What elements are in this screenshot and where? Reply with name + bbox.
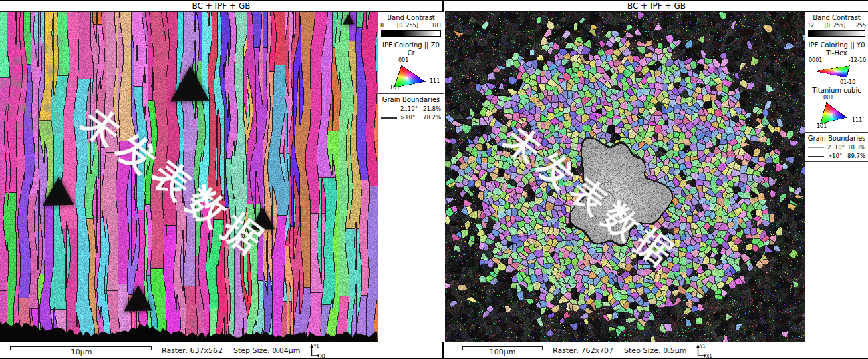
ipf-coloring-title-left: IPF Coloring || Z0 — [378, 41, 444, 49]
ipf-vertex-label--12-10: -12-10 — [849, 57, 866, 63]
y-axis-arrow-icon — [696, 344, 700, 348]
ipf-vertex-label-101: 101 — [390, 85, 400, 91]
status-bar-right: 100µm Raster: 762x707 Step Size: 0.5µm Y… — [445, 342, 868, 358]
status-bar-left: 10µm Raster: 637x562 Step Size: 0.04µm Y… — [0, 342, 442, 358]
map-panel-left: BC + IPF + GB 未发表数据 Band Contrast 8 [0..… — [0, 1, 444, 358]
gb-value: 78.2% — [423, 115, 441, 121]
ipf-map-right: 未发表数据 — [445, 12, 805, 342]
band-contrast-title: Band Contrast — [378, 14, 444, 21]
legend-separator — [805, 39, 868, 39]
legend-left: Band Contrast 8 [0..255] 181 IPF Colorin… — [378, 12, 444, 342]
phase-name-titanium-cubic: Titanium cubic — [805, 87, 868, 94]
legend-separator — [805, 161, 868, 162]
gb-label: >10° — [827, 153, 842, 159]
legend-separator — [805, 132, 868, 133]
ipf-map-left: 未发表数据 — [0, 12, 378, 342]
ipf-color-triangle-hex-icon — [813, 64, 851, 79]
ipf-key-cubic-right: 001 101 111 — [805, 94, 868, 130]
panel-title-left: BC + IPF + GB — [0, 1, 442, 12]
grain-boundaries-title-left: Grain Boundaries — [378, 96, 444, 103]
phase-name-cr: Cr — [378, 49, 444, 57]
gb-line-thick-icon — [381, 117, 397, 119]
ipf-vertex-label-01-10: 01-10 — [840, 79, 855, 85]
scale-bar-label: 10µm — [71, 348, 92, 356]
ipf-map-canvas-left[interactable] — [0, 12, 378, 342]
ipf-vertex-label-101: 101 — [817, 123, 827, 129]
y-axis-label: Y1 — [699, 344, 705, 349]
x-axis-label: X1 — [706, 354, 712, 358]
band-contrast-min: 8 — [380, 23, 384, 29]
band-contrast-range: [0..255] — [825, 23, 846, 29]
ipf-vertex-label-001: 001 — [823, 95, 833, 101]
band-contrast-max: 255 — [856, 23, 866, 29]
gb-line-thin-icon — [381, 109, 397, 109]
step-size-info: Step Size: 0.5µm — [624, 346, 687, 355]
gb-line-thick-icon — [808, 156, 824, 157]
gb-value: 21.8% — [423, 106, 441, 112]
gb-row-high-angle: >10° 89.7% — [805, 153, 868, 159]
legend-separator — [378, 39, 444, 39]
raster-info: Raster: 637x562 — [162, 346, 223, 355]
band-contrast-title: Band Contrast — [805, 14, 868, 21]
phase-name-ti-hex: Ti-Hex — [805, 49, 868, 57]
gb-label: 2..10° — [400, 106, 418, 112]
panel-title-right: BC + IPF + GB — [445, 1, 868, 12]
ipf-vertex-label-001: 001 — [398, 57, 408, 63]
gb-row-high-angle: >10° 78.2% — [378, 115, 444, 121]
y-axis-label: Y1 — [313, 344, 319, 349]
scale-bar-left: 10µm — [10, 346, 152, 356]
x-axis-label: X1 — [320, 354, 326, 358]
legend-right: Band Contrast 12 [0..255] 255 IPF Colori… — [805, 12, 868, 342]
y-axis-arrow-icon — [310, 344, 313, 348]
gb-value: 10.3% — [847, 145, 865, 151]
ipf-vertex-label-111: 111 — [852, 117, 862, 123]
ipf-key-hex: 0001 -12-10 01-10 — [805, 57, 868, 86]
raster-info: Raster: 762x707 — [553, 346, 613, 355]
step-size-info: Step Size: 0.04µm — [233, 346, 301, 355]
ipf-key-cubic-left: 001 101 111 — [378, 57, 444, 91]
gb-row-low-angle: 2..10° 10.3% — [805, 145, 868, 151]
scale-bar-right: 100µm — [462, 346, 543, 356]
gb-label: >10° — [400, 115, 415, 121]
ipf-vertex-label-111: 111 — [430, 78, 440, 84]
scale-bar-label: 100µm — [490, 348, 516, 356]
ipf-vertex-label-0001: 0001 — [809, 57, 822, 63]
ipf-color-triangle-icon — [815, 101, 850, 126]
ebsd-montage-window: BC + IPF + GB 未发表数据 Band Contrast 8 [0..… — [0, 0, 868, 359]
band-contrast-max: 181 — [432, 23, 442, 29]
ipf-map-canvas-right[interactable] — [445, 12, 805, 342]
gb-row-low-angle: 2..10° 21.8% — [378, 106, 444, 112]
band-contrast-range-row: 12 [0..255] 255 — [805, 23, 868, 29]
axis-indicator-icon: Y1 X1 — [309, 343, 326, 358]
ipf-coloring-title-right: IPF Coloring || Y0 — [805, 41, 868, 49]
band-contrast-gradient — [381, 30, 441, 37]
gb-value: 89.7% — [847, 153, 865, 159]
band-contrast-min: 12 — [807, 23, 814, 29]
band-contrast-gradient — [808, 30, 865, 37]
axis-indicator-icon: Y1 X1 — [695, 343, 712, 358]
grain-boundaries-title-right: Grain Boundaries — [805, 135, 868, 142]
map-panel-right: BC + IPF + GB 未发表数据 Band Contrast 12 [0.… — [445, 1, 868, 358]
band-contrast-range: [0..255] — [397, 23, 418, 29]
gb-line-thin-icon — [808, 147, 824, 148]
legend-separator — [378, 123, 444, 123]
gb-label: 2..10° — [827, 145, 845, 151]
band-contrast-range-row: 8 [0..255] 181 — [378, 23, 444, 29]
legend-separator — [378, 93, 444, 94]
